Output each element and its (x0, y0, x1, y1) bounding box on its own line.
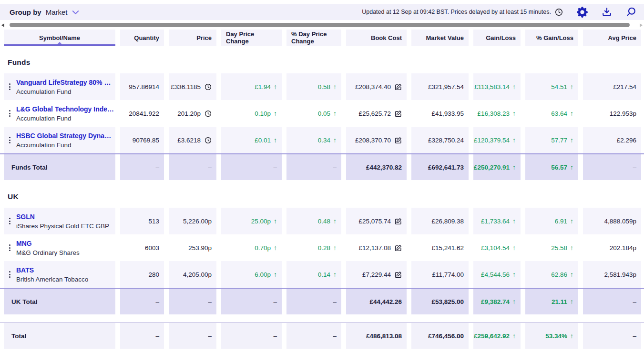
column-header-day-price-change[interactable]: Day Price Change (221, 30, 282, 46)
price-cell: – (169, 289, 216, 314)
day-price-change-cell: – (221, 154, 282, 180)
column-header-symbol-name[interactable]: Symbol/Name (4, 30, 115, 46)
cell-value: 54.51 (551, 83, 567, 91)
pct-gain-loss-cell: 57.77↑ (525, 127, 578, 153)
book-cost-cell: £486,813.08 (346, 323, 407, 349)
pct-day-price-change-cell: 0.28↑ (286, 234, 341, 261)
column-header-quantity[interactable]: Quantity (120, 30, 164, 46)
up-arrow-icon: ↑ (512, 244, 516, 252)
uk-total-row: UK Total – – – – £44,442.26 £53,825.00 £… (0, 288, 644, 314)
column-header-book-cost[interactable]: Book Cost (346, 30, 407, 46)
up-arrow-icon: ↑ (512, 136, 516, 144)
scroll-left-arrow-icon[interactable] (1, 23, 4, 27)
market-value-cell: £328,750.24 (411, 127, 469, 153)
total-label: Total (4, 323, 115, 349)
up-arrow-icon: ↑ (512, 83, 516, 91)
avg-price-cell: – (583, 323, 641, 349)
cell-value: 6.91 (555, 218, 567, 225)
edit-icon[interactable] (395, 271, 402, 278)
edit-icon[interactable] (395, 244, 402, 252)
kebab-menu-icon[interactable] (6, 81, 14, 92)
up-arrow-icon: ↑ (570, 332, 573, 340)
cell-value: £120,379.54 (474, 137, 510, 144)
up-arrow-icon: ↑ (512, 271, 516, 278)
cell-value: 56.57 (551, 164, 567, 171)
instrument-subtitle: iShares Physical Gold ETC GBP (16, 222, 109, 230)
scrollbar-thumb[interactable] (10, 23, 630, 27)
column-header-pct-gain-loss[interactable]: % Gain/Loss (525, 30, 578, 46)
gain-loss-cell: £16,308.23↑ (473, 100, 521, 127)
market-value-cell: £692,641.73 (411, 154, 469, 180)
symbol-cell: BATSBritish American Tobacco (4, 261, 115, 288)
instrument-subtitle: Accumulation Fund (16, 88, 111, 95)
up-arrow-icon: ↑ (333, 217, 337, 225)
up-arrow-icon: ↑ (512, 110, 516, 117)
cell-value: 53.34% (545, 333, 567, 340)
cell-value: 0.10p (255, 110, 271, 117)
total-label: Funds Total (4, 154, 115, 180)
kebab-menu-icon[interactable] (6, 108, 14, 119)
column-header-pct-day-price-change[interactable]: % Day Price Change (286, 30, 341, 46)
instrument-link[interactable]: BATS (16, 266, 88, 274)
cell-value: 25.58 (551, 244, 567, 252)
avg-price-cell: £217.54 (583, 73, 641, 100)
avg-price-cell: 202.184p (583, 234, 641, 261)
price-cell: 4,205.00p (169, 261, 216, 288)
column-header-price[interactable]: Price (169, 30, 216, 46)
download-icon[interactable] (602, 7, 612, 17)
quantity-cell: 20841.922 (120, 100, 164, 127)
quantity-cell: 90769.85 (120, 127, 164, 153)
table-row: BATSBritish American Tobacco 280 4,205.0… (0, 261, 644, 288)
cell-value: £9,382.74 (481, 298, 510, 305)
pct-day-price-change-cell: – (286, 323, 341, 349)
column-header-avg-price[interactable]: Avg Price (583, 30, 641, 46)
edit-icon[interactable] (395, 218, 402, 225)
cell-value: 25.00p (251, 218, 271, 225)
book-cost-cell: £442,370.82 (346, 154, 407, 180)
horizontal-scrollbar[interactable] (0, 22, 644, 28)
gear-icon[interactable] (577, 7, 588, 18)
instrument-link[interactable]: MNG (16, 240, 80, 247)
edit-icon[interactable] (395, 137, 402, 144)
instrument-subtitle: Accumulation Fund (16, 141, 111, 149)
up-arrow-icon: ↑ (333, 110, 337, 117)
price-cell: – (169, 154, 216, 180)
column-header-gain-loss[interactable]: Gain/Loss (473, 30, 521, 46)
pct-day-price-change-cell: 0.48↑ (286, 208, 341, 234)
instrument-link[interactable]: L&G Global Technology Inde… (16, 105, 114, 113)
up-arrow-icon: ↑ (570, 271, 573, 278)
gain-loss-cell: £3,104.54↑ (473, 234, 521, 261)
kebab-menu-icon[interactable] (6, 269, 14, 280)
quantity-cell: 957.86914 (120, 73, 164, 100)
day-price-change-cell: 0.70p↑ (221, 234, 282, 261)
pct-day-price-change-cell: 0.34↑ (286, 127, 341, 153)
edit-icon[interactable] (395, 110, 402, 117)
cell-value: £25,625.72 (358, 110, 391, 117)
cell-value: 21.11 (552, 298, 567, 305)
kebab-menu-icon[interactable] (6, 134, 14, 146)
up-arrow-icon: ↑ (274, 83, 277, 91)
cell-value: £0.01 (255, 137, 271, 144)
kebab-menu-icon[interactable] (6, 242, 14, 253)
scroll-right-arrow-icon[interactable] (640, 23, 643, 27)
column-header-market-value[interactable]: Market Value (411, 30, 469, 46)
cell-value: £25,075.74 (358, 218, 391, 225)
search-icon[interactable] (626, 7, 636, 17)
total-label: UK Total (4, 289, 115, 314)
instrument-link[interactable]: Vanguard LifeStrategy 80% … (16, 79, 111, 86)
gain-loss-cell: £113,583.14↑ (473, 73, 521, 100)
quantity-cell: – (120, 323, 164, 349)
funds-total-row: Funds Total – – – – £442,370.82 £692,641… (0, 153, 644, 180)
day-price-change-cell: £0.01↑ (221, 127, 282, 153)
instrument-link[interactable]: SGLN (16, 213, 109, 221)
group-by-control[interactable]: Group by Market (10, 8, 79, 16)
updated-text: Updated at 12 Sep at 09:42 BST. Prices d… (362, 9, 551, 15)
instrument-link[interactable]: HSBC Global Strategy Dyna… (16, 132, 111, 140)
cell-value: 57.77 (551, 137, 567, 144)
up-arrow-icon: ↑ (333, 136, 337, 144)
pct-day-price-change-cell: – (286, 154, 341, 180)
day-price-change-cell: 25.00p↑ (221, 208, 282, 234)
gain-loss-cell: £1,733.64↑ (473, 208, 521, 234)
kebab-menu-icon[interactable] (6, 215, 14, 227)
edit-icon[interactable] (395, 83, 402, 91)
